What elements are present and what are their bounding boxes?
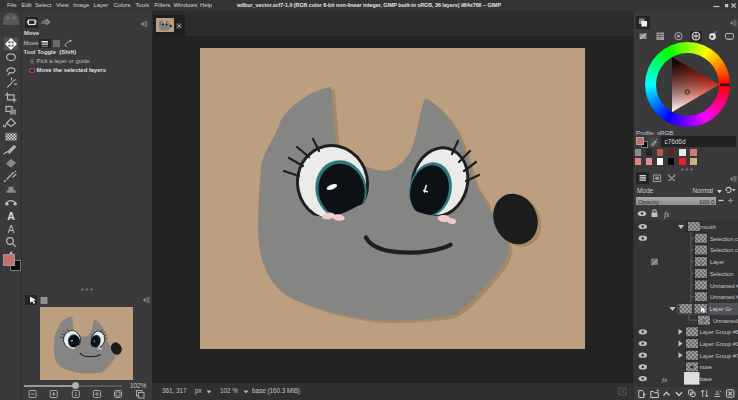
svg-text:Layer Group #1: Layer Group #1 (700, 341, 738, 347)
svg-text:Unnamed #19: Unnamed #19 (710, 294, 738, 300)
svg-text:Selection copy: Selection copy (710, 247, 738, 253)
svg-text:Layer: Layer (710, 259, 724, 265)
svg-text:A: A (8, 224, 15, 235)
svg-text:Selection copy: Selection copy (710, 236, 738, 242)
svg-text:Unnamed #2: Unnamed #2 (710, 283, 738, 289)
svg-text:base: base (700, 376, 712, 382)
svg-text:Unnamed 8: Unnamed 8 (713, 318, 738, 324)
svg-text:nose: nose (700, 364, 712, 370)
svg-text:Layer Gr: Layer Gr (710, 306, 732, 312)
svg-text:fx: fx (662, 376, 668, 384)
svg-text:mouth: mouth (700, 224, 716, 230)
svg-text:Layer Group #6: Layer Group #6 (700, 329, 738, 335)
svg-text:A: A (7, 210, 15, 222)
svg-text:1: 1 (74, 391, 77, 397)
svg-text:Selection: Selection (710, 271, 733, 277)
svg-text:Layer Group #7: Layer Group #7 (700, 353, 738, 359)
